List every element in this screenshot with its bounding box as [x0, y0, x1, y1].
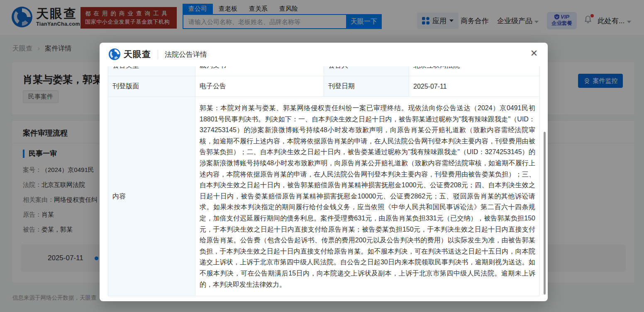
court-announcement-modal: 天眼查 法院公告详情 ✕ 公告类型 裁判文书 公告人 北京互联网法院 刊登版面 …	[100, 43, 548, 301]
cell-content-label: 内容	[108, 97, 195, 296]
cell-publish-date-label: 刊登日期	[324, 76, 409, 97]
cell-announcement-type-label: 公告类型	[108, 66, 195, 76]
modal-header: 天眼查 法院公告详情 ✕	[100, 43, 548, 66]
cell-publish-page-label: 刊登版面	[108, 76, 195, 97]
cell-announcement-type-value: 裁判文书	[195, 66, 324, 76]
cell-announcer-label: 公告人	[324, 66, 409, 76]
cell-publish-date-value: 2025-07-11	[409, 76, 540, 97]
close-icon[interactable]: ✕	[529, 49, 539, 60]
modal-title: 法院公告详情	[165, 50, 207, 59]
table-row: 刊登版面 电子公告 刊登日期 2025-07-11	[108, 76, 540, 97]
modal-body[interactable]: 公告类型 裁判文书 公告人 北京互联网法院 刊登版面 电子公告 刊登日期 202…	[100, 66, 548, 300]
announcement-detail-table: 公告类型 裁判文书 公告人 北京互联网法院 刊登版面 电子公告 刊登日期 202…	[108, 66, 540, 296]
modal-brand-name: 天眼查	[124, 48, 151, 60]
modal-scrollbar-thumb[interactable]	[544, 132, 546, 295]
table-row: 公告类型 裁判文书 公告人 北京互联网法院	[108, 66, 540, 76]
modal-brand: 天眼查 法院公告详情	[109, 48, 207, 60]
cell-announcer-value: 北京互联网法院	[409, 66, 540, 76]
divider	[158, 50, 158, 59]
cell-publish-page-value: 电子公告	[195, 76, 324, 97]
table-row: 内容 郭某：本院对肖某与娄某、郭某网络侵权责任纠纷一案已审理终结。现依法向你公告…	[108, 97, 540, 296]
cell-content-text: 郭某：本院对肖某与娄某、郭某网络侵权责任纠纷一案已审理终结。现依法向你公告送达（…	[195, 97, 540, 296]
tianyancha-swirl-icon	[109, 48, 120, 60]
